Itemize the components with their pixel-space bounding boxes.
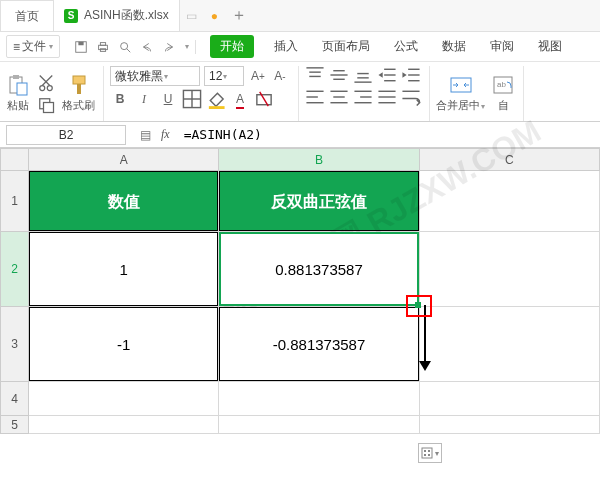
align-justify-icon[interactable] (377, 88, 397, 106)
row-header-1[interactable]: 1 (1, 171, 29, 232)
row-header-3[interactable]: 3 (1, 307, 29, 382)
cell-A2[interactable]: 1 (29, 232, 219, 307)
header-asinh: 反双曲正弦值 (219, 171, 418, 231)
auto-label: 自 (498, 98, 509, 113)
file-menu-button[interactable]: ≡ 文件▾ (6, 35, 60, 58)
svg-rect-3 (100, 42, 105, 45)
cell-C1[interactable] (419, 171, 599, 232)
print-preview-icon[interactable] (118, 40, 132, 54)
auto-wrap-button[interactable]: ab 自 (491, 74, 515, 113)
svg-rect-55 (422, 448, 432, 458)
cell-B5[interactable] (219, 416, 419, 434)
align-right-icon[interactable] (353, 88, 373, 106)
font-name-value: 微软雅黑 (115, 68, 163, 85)
format-painter-button[interactable]: 格式刷 (62, 74, 95, 113)
formula-input[interactable]: =ASINH(A2) (178, 122, 600, 147)
row-header-4[interactable]: 4 (1, 382, 29, 416)
align-bottom-icon[interactable] (353, 66, 373, 84)
col-header-C[interactable]: C (419, 149, 599, 171)
increase-font-icon[interactable]: A+ (248, 67, 268, 85)
cell-A5[interactable] (29, 416, 219, 434)
svg-rect-57 (428, 450, 430, 452)
cell-A3[interactable]: -1 (29, 307, 219, 382)
align-center-icon[interactable] (329, 88, 349, 106)
decrease-indent-icon[interactable] (377, 66, 397, 84)
wrap-text-icon[interactable] (401, 88, 421, 106)
font-size-select[interactable]: 12▾ (204, 66, 244, 86)
cell-A4[interactable] (29, 382, 219, 416)
font-size-value: 12 (209, 69, 222, 83)
cell-C4[interactable] (419, 382, 599, 416)
ribbon-tab-formula[interactable]: 公式 (384, 35, 428, 58)
ribbon-tab-review[interactable]: 审阅 (480, 35, 524, 58)
file-menu-label: 文件 (22, 38, 46, 55)
border-button[interactable] (182, 90, 202, 108)
print-icon[interactable] (96, 40, 110, 54)
cell-B4[interactable] (219, 382, 419, 416)
tab-workbook[interactable]: S ASINH函数.xlsx (54, 0, 180, 31)
tab-controls: ▭ ● (186, 9, 218, 23)
copy-icon[interactable] (36, 96, 56, 114)
svg-line-6 (127, 48, 131, 52)
select-all-corner[interactable] (1, 149, 29, 171)
annotation-highlight-box (406, 295, 432, 317)
merge-center-button[interactable]: 合并居中▾ (436, 74, 485, 113)
merge-icon (449, 74, 473, 96)
clear-format-icon[interactable] (254, 90, 274, 108)
value-a2: 1 (29, 232, 218, 306)
bold-button[interactable]: B (110, 90, 130, 108)
qat-more-icon[interactable]: ▾ (185, 42, 189, 51)
ribbon-group-clipboard: 粘贴 格式刷 (6, 66, 104, 121)
format-painter-label: 格式刷 (62, 98, 95, 113)
formula-bar: B2 ▤ fx =ASINH(A2) (0, 122, 600, 148)
tab-menu-icon[interactable]: ▭ (186, 9, 197, 23)
cell-C5[interactable] (419, 416, 599, 434)
workbook-name: ASINH函数.xlsx (84, 7, 169, 24)
font-color-button[interactable]: A (230, 90, 250, 108)
align-top-icon[interactable] (305, 66, 325, 84)
ribbon-tab-data[interactable]: 数据 (432, 35, 476, 58)
align-left-icon[interactable] (305, 88, 325, 106)
menu-bar: ≡ 文件▾ ▾ 开始 插入 页面布局 公式 数据 审阅 视图 (0, 32, 600, 62)
cell-B1[interactable]: 反双曲正弦值 (219, 171, 419, 232)
save-icon[interactable] (74, 40, 88, 54)
cell-B3[interactable]: -0.881373587 (219, 307, 419, 382)
clipboard-side (36, 74, 56, 114)
fx-icon[interactable]: fx (161, 127, 170, 142)
ribbon-tab-start[interactable]: 开始 (210, 35, 254, 58)
redo-icon[interactable] (162, 40, 176, 54)
cell-C3[interactable] (419, 307, 599, 382)
align-middle-icon[interactable] (329, 66, 349, 84)
cut-icon[interactable] (36, 74, 56, 92)
ribbon-tab-view[interactable]: 视图 (528, 35, 572, 58)
autofill-options-button[interactable] (418, 443, 442, 463)
decrease-font-icon[interactable]: A- (270, 67, 290, 85)
ribbon-tab-layout[interactable]: 页面布局 (312, 35, 380, 58)
col-header-B[interactable]: B (219, 149, 419, 171)
cell-C2[interactable] (419, 232, 599, 307)
font-name-select[interactable]: 微软雅黑▾ (110, 66, 200, 86)
svg-rect-15 (44, 102, 54, 112)
name-box[interactable]: B2 (6, 125, 126, 145)
tab-add-button[interactable]: ＋ (228, 5, 250, 27)
paste-icon (6, 74, 30, 96)
ribbon-group-font: 微软雅黑▾ 12▾ A+ A- B I U A (110, 66, 299, 121)
italic-button[interactable]: I (134, 90, 154, 108)
svg-rect-56 (424, 450, 426, 452)
undo-icon[interactable] (140, 40, 154, 54)
cell-B2[interactable]: 0.881373587 (219, 232, 419, 307)
fill-color-button[interactable] (206, 90, 226, 108)
row-header-5[interactable]: 5 (1, 416, 29, 434)
paste-button[interactable]: 粘贴 (6, 74, 30, 113)
merge-label: 合并居中▾ (436, 98, 485, 113)
grid: A B C 1 数值 反双曲正弦值 2 1 0.881373587 (0, 148, 600, 434)
cell-A1[interactable]: 数值 (29, 171, 219, 232)
fx-dropdown-icon[interactable]: ▤ (140, 128, 151, 142)
col-header-A[interactable]: A (29, 149, 219, 171)
ribbon-tab-insert[interactable]: 插入 (264, 35, 308, 58)
increase-indent-icon[interactable] (401, 66, 421, 84)
svg-rect-1 (78, 41, 83, 45)
underline-button[interactable]: U (158, 90, 178, 108)
tab-home[interactable]: 首页 (0, 0, 54, 31)
row-header-2[interactable]: 2 (1, 232, 29, 307)
